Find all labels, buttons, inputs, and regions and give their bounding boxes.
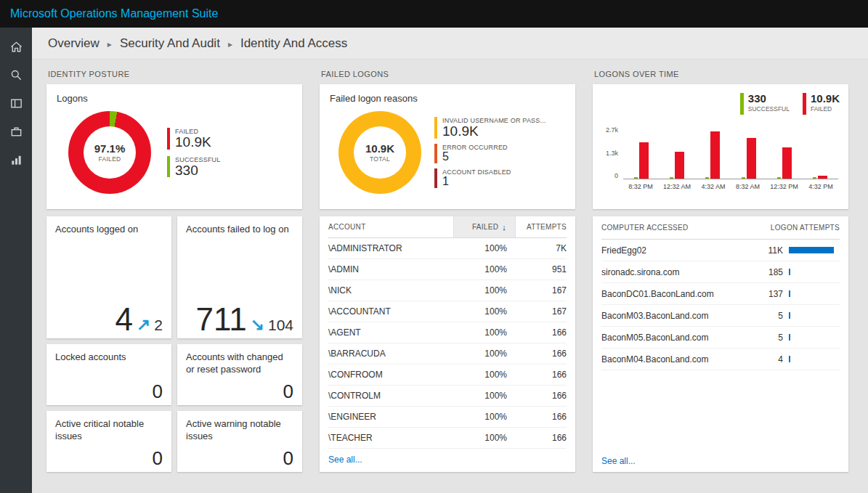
- x-tick-label: 4:32 AM: [702, 183, 726, 190]
- table-row[interactable]: BaconM05.BaconLand.com5: [601, 327, 840, 349]
- see-all-link[interactable]: See all...: [328, 449, 567, 470]
- attempts-bar: [789, 269, 790, 275]
- solutions-icon[interactable]: [7, 123, 25, 140]
- chart-bar: [818, 176, 827, 179]
- tile-value: 4: [115, 303, 133, 335]
- breadcrumb-overview[interactable]: Overview: [48, 36, 100, 51]
- table-row[interactable]: \ADMIN100%951: [328, 259, 567, 280]
- chart-bar: [710, 131, 720, 179]
- attempts-bar: [789, 356, 790, 362]
- see-all-link[interactable]: See all...: [601, 450, 840, 472]
- tile-title: Active critical notable issues: [55, 418, 163, 443]
- table-row[interactable]: \ACCOUNTANT100%167: [328, 301, 567, 322]
- chart-bar: [747, 138, 756, 179]
- failed-accounts-table: ACCOUNT FAILED ↓ ATTEMPTS \ADMINISTRATOR…: [320, 216, 575, 472]
- logons-over-time-column: LOGONS OVER TIME 330 SUCCESSFUL: [593, 70, 848, 493]
- home-icon[interactable]: [7, 38, 25, 55]
- tile-accounts-changed-password[interactable]: Accounts with changed or reset password …: [177, 344, 302, 405]
- x-tick-label: 4:32 PM: [808, 183, 833, 190]
- legend-item-successful: SUCCESSFUL 330: [167, 156, 221, 178]
- tile-title: Accounts failed to log on: [186, 224, 293, 236]
- reasons-donut: 10.9K TOTAL: [338, 111, 421, 194]
- chart-bar-group: [670, 152, 684, 179]
- breadcrumb: Overview ▸ Security And Audit ▸ Identity…: [32, 28, 868, 60]
- legend-label: SUCCESSFUL: [748, 105, 790, 113]
- table-header: ACCOUNT FAILED ↓ ATTEMPTS: [328, 216, 567, 238]
- chart-bar-group: [705, 131, 720, 179]
- legend-label: SUCCESSFUL: [175, 156, 221, 163]
- legend-value: 330: [748, 93, 790, 105]
- table-row[interactable]: \ADMINISTRATOR100%7K: [328, 238, 567, 259]
- logons-donut-value: 97.1%: [94, 142, 126, 155]
- reasons-legend: INVALID USERNAME OR PASS... 10.9K ERROR …: [434, 117, 546, 188]
- chart-bar-group: [742, 138, 756, 179]
- table-row[interactable]: BaconM03.BaconLand.com5: [601, 305, 840, 327]
- y-tick-label: 0: [615, 172, 618, 179]
- legend-color-bar: [434, 117, 437, 139]
- column-header-account[interactable]: ACCOUNT: [328, 216, 453, 237]
- tile-accounts-failed-to-log-on[interactable]: Accounts failed to log on 711 ↘ 104: [177, 216, 302, 338]
- x-tick-label: 12:32 PM: [770, 183, 798, 190]
- chart-bar: [782, 147, 792, 179]
- column-header-attempts[interactable]: ATTEMPTS: [516, 216, 567, 237]
- chart-bar: [777, 177, 781, 179]
- dashboard-icon[interactable]: [7, 94, 25, 112]
- chart-bar: [705, 177, 709, 179]
- column-header-failed[interactable]: FAILED ↓: [453, 216, 516, 237]
- tile-title: Accounts with changed or reset password: [186, 351, 293, 376]
- table-row[interactable]: sironadc.sirona.com185: [601, 261, 840, 283]
- legend-item-error-occurred: ERROR OCCURRED 5: [434, 144, 546, 163]
- x-tick-label: 12:32 AM: [663, 183, 691, 190]
- breadcrumb-security-and-audit[interactable]: Security And Audit: [120, 36, 220, 51]
- table-row[interactable]: BaconM04.BaconLand.com4: [601, 349, 840, 370]
- table-row[interactable]: \CONFROOM100%166: [328, 364, 567, 386]
- table-row[interactable]: \NICK100%167: [328, 280, 567, 301]
- legend-item-failed: FAILED 10.9K: [167, 128, 221, 150]
- failed-logon-reasons-card[interactable]: Failed logon reasons 10.9K TOTAL: [320, 84, 575, 209]
- logons-donut-center: 97.1% FAILED: [84, 126, 136, 179]
- section-title-identity-posture: IDENTITY POSTURE: [48, 70, 302, 78]
- reasons-card-title: Failed logon reasons: [330, 93, 565, 104]
- column-header-logon-attempts[interactable]: LOGON ATTEMPTS: [753, 224, 840, 232]
- trend-value: 2: [154, 317, 163, 334]
- logons-legend: FAILED 10.9K SUCCESSFUL 330: [167, 128, 221, 178]
- logons-chart-xlabels: 8:32 PM12:32 AM4:32 AM8:32 AM12:32 PM4:3…: [623, 183, 838, 190]
- table-row[interactable]: FriedEgg0211K: [601, 240, 840, 261]
- log-search-icon[interactable]: [7, 66, 25, 83]
- logons-card[interactable]: Logons 97.1% FAILED F: [46, 84, 302, 209]
- chart-bar-group: [777, 147, 792, 179]
- table-row[interactable]: \TEACHER100%166: [328, 428, 567, 449]
- breadcrumb-identity-and-access[interactable]: Identity And Access: [240, 36, 347, 51]
- legend-label: ACCOUNT DISABLED: [442, 168, 511, 176]
- computers-accessed-table: COMPUTER ACCESSED LOGON ATTEMPTS FriedEg…: [593, 216, 848, 472]
- tile-active-warning-issues[interactable]: Active warning notable issues 0: [177, 411, 302, 472]
- tile-locked-accounts[interactable]: Locked accounts 0: [46, 344, 171, 405]
- topbar: Microsoft Operations Management Suite: [0, 0, 868, 28]
- tile-accounts-logged-on[interactable]: Accounts logged on 4 ↗ 2: [46, 216, 171, 338]
- tile-active-critical-issues[interactable]: Active critical notable issues 0: [46, 411, 171, 472]
- usage-icon[interactable]: [7, 151, 25, 168]
- attempts-bar: [789, 312, 790, 319]
- attempts-bar: [789, 290, 790, 297]
- legend-item-invalid-username: INVALID USERNAME OR PASS... 10.9K: [434, 117, 546, 139]
- column-header-computer[interactable]: COMPUTER ACCESSED: [601, 224, 753, 232]
- legend-label: ERROR OCCURRED: [442, 144, 508, 151]
- chart-bar-group: [813, 176, 827, 179]
- chevron-right-icon: ▸: [108, 38, 112, 49]
- x-tick-label: 8:32 AM: [736, 183, 760, 190]
- chart-bar: [670, 177, 673, 179]
- table-row[interactable]: \CONTROLM100%166: [328, 386, 567, 407]
- legend-color-bar: [740, 93, 744, 115]
- x-tick-label: 8:32 PM: [628, 183, 653, 190]
- logons-over-time-chart-card[interactable]: 330 SUCCESSFUL 10.9K FAILED: [593, 84, 848, 209]
- legend-value: 10.9K: [175, 135, 211, 150]
- logons-card-title: Logons: [57, 93, 292, 104]
- table-header: COMPUTER ACCESSED LOGON ATTEMPTS: [601, 216, 840, 240]
- tile-value: 0: [283, 382, 293, 401]
- table-row[interactable]: \ENGINEER100%166: [328, 407, 567, 428]
- table-row[interactable]: \BARRACUDA100%166: [328, 343, 567, 364]
- trend-down-icon: ↘: [251, 315, 264, 335]
- table-row[interactable]: BaconDC01.BaconLand.com137: [601, 283, 840, 305]
- table-row[interactable]: \AGENT100%166: [328, 322, 567, 343]
- tile-value: 0: [153, 382, 163, 401]
